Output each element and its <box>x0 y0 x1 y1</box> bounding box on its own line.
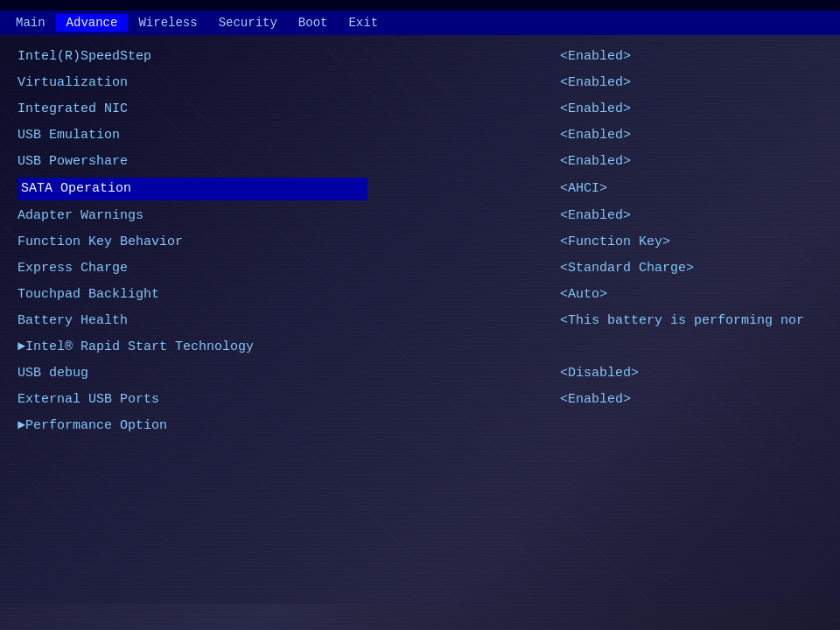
bios-row-express-charge[interactable]: Express Charge<Standard Charge> <box>18 256 822 282</box>
bios-row-label-virtualization: Virtualization <box>18 73 368 94</box>
bios-row-label-usb-debug: USB debug <box>18 363 368 384</box>
bios-row-label-performance-option: ►Performance Option <box>18 416 368 437</box>
menu-item-exit[interactable]: Exit <box>338 14 388 32</box>
bios-row-value-usb-powershare: <Enabled> <box>560 151 822 172</box>
bios-row-value-speedstep: <Enabled> <box>560 46 822 67</box>
bios-row-touchpad-backlight[interactable]: Touchpad Backlight<Auto> <box>18 282 822 308</box>
bios-row-performance-option[interactable]: ►Performance Option <box>18 413 822 439</box>
bios-row-label-speedstep: Intel(R)SpeedStep <box>18 46 368 67</box>
bios-row-label-battery-health: Battery Health <box>18 311 368 332</box>
bios-row-usb-powershare[interactable]: USB Powershare<Enabled> <box>18 149 822 175</box>
bios-row-value-usb-emulation: <Enabled> <box>560 125 822 146</box>
bios-row-value-adapter-warnings: <Enabled> <box>560 206 822 227</box>
bios-row-integrated-nic[interactable]: Integrated NIC<Enabled> <box>18 96 822 122</box>
bios-row-value-integrated-nic: <Enabled> <box>560 99 822 120</box>
bios-row-label-external-usb-ports: External USB Ports <box>18 389 368 410</box>
bios-row-label-usb-emulation: USB Emulation <box>18 125 368 146</box>
bios-row-value-battery-health: <This battery is performing nor <box>560 311 822 332</box>
bios-row-value-touchpad-backlight: <Auto> <box>560 284 822 305</box>
bios-row-sata-operation[interactable]: SATA Operation<AHCI> <box>18 175 822 203</box>
bios-row-label-function-key: Function Key Behavior <box>18 232 368 253</box>
menu-item-wireless[interactable]: Wireless <box>128 14 207 32</box>
bios-row-label-sata-operation: SATA Operation <box>18 178 368 200</box>
bios-row-usb-emulation[interactable]: USB Emulation<Enabled> <box>18 122 822 149</box>
bios-row-function-key[interactable]: Function Key Behavior<Function Key> <box>18 229 822 256</box>
bios-row-virtualization[interactable]: Virtualization<Enabled> <box>18 70 822 96</box>
bios-row-value-external-usb-ports: <Enabled> <box>560 389 822 410</box>
bios-row-value-usb-debug: <Disabled> <box>560 363 822 384</box>
menu-item-boot[interactable]: Boot <box>288 14 339 32</box>
menu-item-security[interactable]: Security <box>208 14 288 32</box>
bios-row-usb-debug[interactable]: USB debug<Disabled> <box>18 360 822 387</box>
bios-row-external-usb-ports[interactable]: External USB Ports<Enabled> <box>18 387 822 413</box>
title-bar <box>0 0 840 10</box>
bios-row-adapter-warnings[interactable]: Adapter Warnings<Enabled> <box>18 203 822 229</box>
bios-row-value-express-charge: <Standard Charge> <box>560 258 822 279</box>
content-area: Intel(R)SpeedStep<Enabled>Virtualization… <box>0 35 840 604</box>
bios-row-intel-rapid-start[interactable]: ►Intel® Rapid Start Technology <box>18 334 822 360</box>
bios-row-label-integrated-nic: Integrated NIC <box>18 99 368 120</box>
menu-item-main[interactable]: Main <box>5 14 56 32</box>
bios-row-label-usb-powershare: USB Powershare <box>18 151 368 172</box>
bios-row-value-function-key: <Function Key> <box>560 232 822 253</box>
menu-bar: MainAdvanceWirelessSecurityBootExit <box>0 10 840 35</box>
bios-row-label-touchpad-backlight: Touchpad Backlight <box>18 284 368 305</box>
bios-row-speedstep[interactable]: Intel(R)SpeedStep<Enabled> <box>18 44 822 70</box>
bios-row-label-express-charge: Express Charge <box>18 258 368 279</box>
bios-row-battery-health[interactable]: Battery Health<This battery is performin… <box>18 308 822 334</box>
bios-row-label-intel-rapid-start: ►Intel® Rapid Start Technology <box>18 337 368 358</box>
bios-rows-container: Intel(R)SpeedStep<Enabled>Virtualization… <box>18 44 822 439</box>
bios-screen: MainAdvanceWirelessSecurityBootExit Inte… <box>0 0 840 630</box>
bios-row-value-virtualization: <Enabled> <box>560 73 822 94</box>
bios-row-value-sata-operation: <AHCI> <box>560 178 822 200</box>
menu-item-advance[interactable]: Advance <box>56 14 129 32</box>
bios-row-label-adapter-warnings: Adapter Warnings <box>18 206 368 227</box>
